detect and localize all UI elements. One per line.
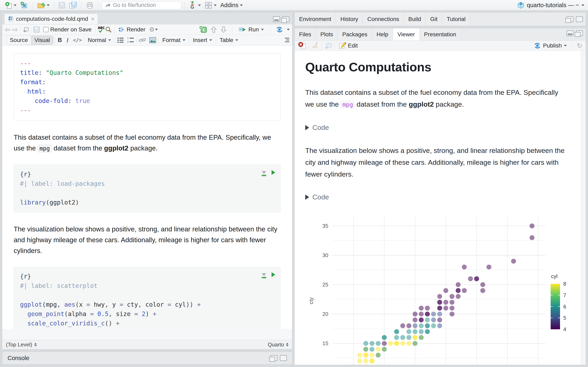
pane2-tab-plots[interactable]: Plots [316,28,338,40]
save-button[interactable] [58,1,66,9]
code-chunk-load-packages[interactable]: {r}#| label: load-packages library(ggplo… [14,165,281,212]
italic-button[interactable]: I [66,37,68,44]
popout-icon[interactable] [324,42,332,49]
paragraph-style-dropdown[interactable]: Normal [86,36,113,44]
close-icon[interactable]: × [91,16,95,22]
diff-icon: G [189,1,197,9]
code-fold-1[interactable]: Code [305,124,569,132]
svg-text:7: 7 [563,292,566,298]
render-on-save-checkbox[interactable]: Render on Save [42,26,93,33]
rendered-document[interactable]: Quarto Computations This dataset contain… [295,51,581,365]
minimize-pane-icon[interactable] [273,16,280,22]
file-type-label[interactable]: Quarto [268,342,284,348]
link-icon[interactable] [139,37,146,43]
print-icon [86,2,94,9]
new-file-button[interactable] [4,1,18,10]
gear-icon[interactable]: ⚙ [149,26,155,33]
pane1-tab-tutorial[interactable]: Tutorial [442,12,470,26]
print-button[interactable] [85,1,95,10]
run-button[interactable]: Run [237,26,265,33]
console-pane[interactable]: Console [2,351,292,365]
render-button[interactable]: Render [116,25,147,34]
chevron-down-icon [287,29,290,30]
goto-file-box[interactable]: Go to file/function [102,1,181,9]
restore-pane-icon[interactable] [270,355,277,361]
triangle-right-icon [305,194,309,200]
outline-location[interactable]: (Top Level) [6,342,32,348]
svg-text:8: 8 [563,281,566,287]
pane1-tab-git[interactable]: Git [426,12,442,26]
back-icon[interactable]: ⇦ [5,25,11,34]
render-label: Render [127,26,145,33]
pane2-tab-help[interactable]: Help [372,28,393,40]
publish-button[interactable]: Publish [532,42,568,50]
maximize-pane-icon[interactable] [282,16,289,22]
bullet-list-icon[interactable] [117,37,124,43]
pane1-tab-connections[interactable]: Connections [363,12,404,26]
search-icon[interactable] [105,26,112,33]
run-chunks-above-icon[interactable] [262,171,266,174]
spellcheck-icon[interactable]: ABC [97,26,105,33]
run-chunk-icon[interactable] [272,272,275,277]
insert-chunk-icon[interactable]: C [199,26,208,33]
goto-arrow-icon [105,2,111,8]
run-chunks-above-icon[interactable] [262,273,266,276]
forward-icon[interactable]: ⇨ [12,25,18,34]
tab-computations-code-fold[interactable]: computations-code-fold.qmd × [4,13,98,24]
panes-grid-icon [205,1,212,9]
stop-viewer-icon[interactable] [298,42,307,50]
image-icon[interactable] [149,37,156,43]
code-fold-2[interactable]: Code [305,193,569,201]
rerun-icon[interactable] [276,26,284,33]
viewer-pane-tabbar: FilesPlotsPackagesHelpViewerPresentation [295,28,586,41]
edit-label: Edit [348,42,358,49]
table-dropdown[interactable]: Table [218,36,240,44]
tab-title: computations-code-fold.qmd [16,16,88,22]
publish-icon [533,42,541,49]
pane1-tab-build[interactable]: Build [404,12,426,26]
pane2-tab-packages[interactable]: Packages [338,28,372,40]
editor-tab-strip: computations-code-fold.qmd × [2,12,292,24]
pane2-tab-files[interactable]: Files [295,28,316,40]
toggle-visual[interactable]: Visual [31,36,53,44]
code-button[interactable]: </> [73,37,82,43]
insert-dropdown[interactable]: Insert [191,36,214,44]
edit-button[interactable]: Edit [337,41,359,50]
addins-button[interactable]: Addins [219,1,244,9]
maximize-pane-icon[interactable] [280,355,287,361]
yaml-block[interactable]: ---title: "Quarto Computations"format: h… [14,53,281,120]
run-below-icon[interactable] [220,26,227,33]
svg-text:G: G [190,4,194,9]
maximize-pane-icon[interactable] [576,16,583,22]
code-chunk-scatterplot[interactable]: {r}#| label: scatterplot ggplot(mpg, aes… [14,267,281,329]
pane1-tab-history[interactable]: History [336,12,363,26]
save-all-button[interactable] [67,1,78,10]
editor-content[interactable]: ---title: "Quarto Computations"format: h… [2,46,292,329]
maximize-pane-icon[interactable] [576,30,583,36]
pane1-tab-environment[interactable]: Environment [295,12,336,26]
edit-pencil-icon [338,42,346,50]
format-dropdown[interactable]: Format [161,36,187,44]
save-icon[interactable] [34,26,40,33]
minimize-pane-icon[interactable] [567,30,573,36]
version-control-button[interactable]: G [188,0,202,10]
popout-icon[interactable] [22,26,29,33]
panes-layout-button[interactable] [203,1,218,10]
svg-text:cyl: cyl [551,273,558,279]
numbered-list-icon[interactable]: 1 2 [127,37,135,43]
viewer-scrollbar[interactable] [581,51,586,365]
outline-icon[interactable] [283,37,290,43]
pane2-tab-viewer[interactable]: Viewer [393,28,420,40]
pane2-tab-presentation[interactable]: Presentation [420,28,461,40]
bold-button[interactable]: B [58,37,62,43]
run-chunk-icon[interactable] [272,170,275,175]
project-menu[interactable]: R quarto-tutorials — ~ [517,1,584,9]
new-project-button[interactable]: R [19,1,29,10]
toggle-source[interactable]: Source [7,36,31,44]
open-file-button[interactable] [36,1,51,9]
refresh-icon[interactable]: ↻ [577,42,583,50]
restore-pane-icon[interactable] [567,16,573,22]
editor-toolbar: ⇦ ⇨ Render on Save ABC Render [2,24,292,35]
clear-broom-icon[interactable] [311,42,320,50]
run-above-icon[interactable] [210,26,217,33]
